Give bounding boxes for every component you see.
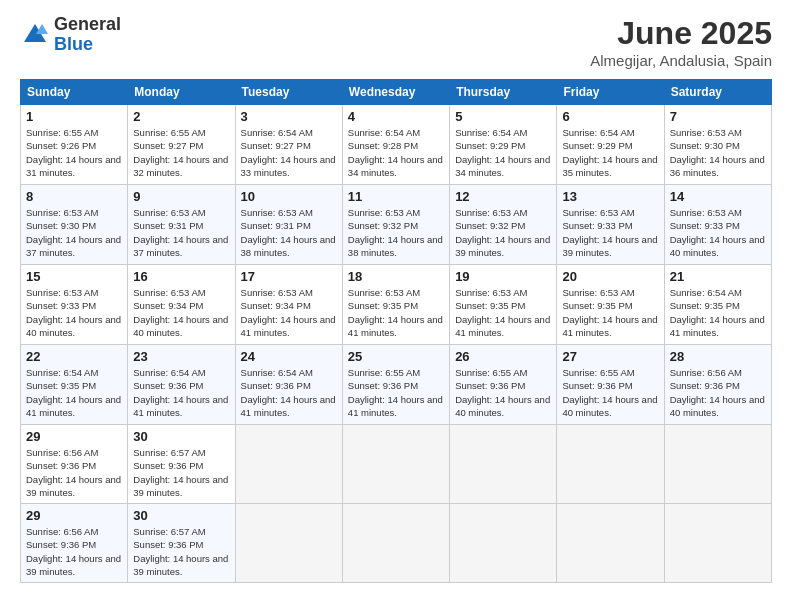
table-row: 13Sunrise: 6:53 AM Sunset: 9:33 PM Dayli… (557, 185, 664, 265)
table-row: 29Sunrise: 6:56 AM Sunset: 9:36 PM Dayli… (21, 504, 128, 583)
table-row: 18Sunrise: 6:53 AM Sunset: 9:35 PM Dayli… (342, 265, 449, 345)
day-number: 10 (241, 189, 337, 204)
day-number: 27 (562, 349, 658, 364)
day-info: Sunrise: 6:53 AM Sunset: 9:33 PM Dayligh… (26, 286, 122, 339)
day-number: 24 (241, 349, 337, 364)
day-info: Sunrise: 6:54 AM Sunset: 9:35 PM Dayligh… (670, 286, 766, 339)
calendar-week: 22Sunrise: 6:54 AM Sunset: 9:35 PM Dayli… (21, 345, 772, 425)
calendar-week: 29Sunrise: 6:56 AM Sunset: 9:36 PM Dayli… (21, 425, 772, 504)
table-row: 12Sunrise: 6:53 AM Sunset: 9:32 PM Dayli… (450, 185, 557, 265)
day-info: Sunrise: 6:56 AM Sunset: 9:36 PM Dayligh… (26, 446, 122, 499)
day-number: 17 (241, 269, 337, 284)
day-info: Sunrise: 6:53 AM Sunset: 9:33 PM Dayligh… (562, 206, 658, 259)
calendar-week: 15Sunrise: 6:53 AM Sunset: 9:33 PM Dayli… (21, 265, 772, 345)
logo-text: General Blue (54, 15, 121, 55)
logo-general: General (54, 15, 121, 35)
table-row: 30Sunrise: 6:57 AM Sunset: 9:36 PM Dayli… (128, 425, 235, 504)
calendar-week: 29Sunrise: 6:56 AM Sunset: 9:36 PM Dayli… (21, 504, 772, 583)
table-row (342, 425, 449, 504)
col-thursday: Thursday (450, 80, 557, 105)
col-friday: Friday (557, 80, 664, 105)
day-number: 20 (562, 269, 658, 284)
table-row: 5Sunrise: 6:54 AM Sunset: 9:29 PM Daylig… (450, 105, 557, 185)
day-info: Sunrise: 6:53 AM Sunset: 9:33 PM Dayligh… (670, 206, 766, 259)
table-row (450, 425, 557, 504)
day-info: Sunrise: 6:53 AM Sunset: 9:32 PM Dayligh… (455, 206, 551, 259)
table-row (664, 504, 771, 583)
day-info: Sunrise: 6:56 AM Sunset: 9:36 PM Dayligh… (26, 525, 122, 578)
col-monday: Monday (128, 80, 235, 105)
day-info: Sunrise: 6:53 AM Sunset: 9:35 PM Dayligh… (562, 286, 658, 339)
day-info: Sunrise: 6:53 AM Sunset: 9:34 PM Dayligh… (241, 286, 337, 339)
day-info: Sunrise: 6:57 AM Sunset: 9:36 PM Dayligh… (133, 446, 229, 499)
day-info: Sunrise: 6:53 AM Sunset: 9:31 PM Dayligh… (133, 206, 229, 259)
subtitle: Almegijar, Andalusia, Spain (590, 52, 772, 69)
day-info: Sunrise: 6:53 AM Sunset: 9:35 PM Dayligh… (455, 286, 551, 339)
logo-icon (20, 20, 50, 50)
day-number: 12 (455, 189, 551, 204)
table-row: 3Sunrise: 6:54 AM Sunset: 9:27 PM Daylig… (235, 105, 342, 185)
day-number: 14 (670, 189, 766, 204)
table-row (235, 504, 342, 583)
calendar-page: General Blue June 2025 Almegijar, Andalu… (0, 0, 792, 612)
col-wednesday: Wednesday (342, 80, 449, 105)
day-number: 13 (562, 189, 658, 204)
day-info: Sunrise: 6:55 AM Sunset: 9:36 PM Dayligh… (455, 366, 551, 419)
table-row: 23Sunrise: 6:54 AM Sunset: 9:36 PM Dayli… (128, 345, 235, 425)
logo-blue: Blue (54, 35, 121, 55)
table-row: 27Sunrise: 6:55 AM Sunset: 9:36 PM Dayli… (557, 345, 664, 425)
table-row: 11Sunrise: 6:53 AM Sunset: 9:32 PM Dayli… (342, 185, 449, 265)
col-tuesday: Tuesday (235, 80, 342, 105)
table-row: 30Sunrise: 6:57 AM Sunset: 9:36 PM Dayli… (128, 504, 235, 583)
day-info: Sunrise: 6:53 AM Sunset: 9:32 PM Dayligh… (348, 206, 444, 259)
day-number: 4 (348, 109, 444, 124)
table-row: 20Sunrise: 6:53 AM Sunset: 9:35 PM Dayli… (557, 265, 664, 345)
table-row (450, 504, 557, 583)
day-number: 22 (26, 349, 122, 364)
day-number: 6 (562, 109, 658, 124)
table-row (557, 425, 664, 504)
table-row: 22Sunrise: 6:54 AM Sunset: 9:35 PM Dayli… (21, 345, 128, 425)
day-number: 9 (133, 189, 229, 204)
table-row: 7Sunrise: 6:53 AM Sunset: 9:30 PM Daylig… (664, 105, 771, 185)
table-row: 9Sunrise: 6:53 AM Sunset: 9:31 PM Daylig… (128, 185, 235, 265)
calendar-week: 8Sunrise: 6:53 AM Sunset: 9:30 PM Daylig… (21, 185, 772, 265)
day-number: 18 (348, 269, 444, 284)
col-saturday: Saturday (664, 80, 771, 105)
table-row: 26Sunrise: 6:55 AM Sunset: 9:36 PM Dayli… (450, 345, 557, 425)
day-info: Sunrise: 6:53 AM Sunset: 9:30 PM Dayligh… (26, 206, 122, 259)
day-info: Sunrise: 6:54 AM Sunset: 9:28 PM Dayligh… (348, 126, 444, 179)
day-info: Sunrise: 6:54 AM Sunset: 9:36 PM Dayligh… (241, 366, 337, 419)
table-row: 8Sunrise: 6:53 AM Sunset: 9:30 PM Daylig… (21, 185, 128, 265)
day-number: 16 (133, 269, 229, 284)
header-row: Sunday Monday Tuesday Wednesday Thursday… (21, 80, 772, 105)
table-row: 2Sunrise: 6:55 AM Sunset: 9:27 PM Daylig… (128, 105, 235, 185)
table-row: 17Sunrise: 6:53 AM Sunset: 9:34 PM Dayli… (235, 265, 342, 345)
table-row: 10Sunrise: 6:53 AM Sunset: 9:31 PM Dayli… (235, 185, 342, 265)
day-number: 5 (455, 109, 551, 124)
day-number: 3 (241, 109, 337, 124)
day-info: Sunrise: 6:54 AM Sunset: 9:35 PM Dayligh… (26, 366, 122, 419)
day-number: 11 (348, 189, 444, 204)
day-number: 19 (455, 269, 551, 284)
day-info: Sunrise: 6:54 AM Sunset: 9:36 PM Dayligh… (133, 366, 229, 419)
day-info: Sunrise: 6:53 AM Sunset: 9:34 PM Dayligh… (133, 286, 229, 339)
day-number: 25 (348, 349, 444, 364)
day-info: Sunrise: 6:53 AM Sunset: 9:30 PM Dayligh… (670, 126, 766, 179)
day-info: Sunrise: 6:55 AM Sunset: 9:26 PM Dayligh… (26, 126, 122, 179)
table-row: 24Sunrise: 6:54 AM Sunset: 9:36 PM Dayli… (235, 345, 342, 425)
table-row: 14Sunrise: 6:53 AM Sunset: 9:33 PM Dayli… (664, 185, 771, 265)
day-number: 29 (26, 429, 122, 444)
day-number: 30 (133, 508, 229, 523)
col-sunday: Sunday (21, 80, 128, 105)
day-number: 29 (26, 508, 122, 523)
table-row: 25Sunrise: 6:55 AM Sunset: 9:36 PM Dayli… (342, 345, 449, 425)
table-row (235, 425, 342, 504)
day-number: 21 (670, 269, 766, 284)
table-row: 4Sunrise: 6:54 AM Sunset: 9:28 PM Daylig… (342, 105, 449, 185)
day-number: 7 (670, 109, 766, 124)
calendar-week: 1Sunrise: 6:55 AM Sunset: 9:26 PM Daylig… (21, 105, 772, 185)
table-row (664, 425, 771, 504)
table-row: 16Sunrise: 6:53 AM Sunset: 9:34 PM Dayli… (128, 265, 235, 345)
table-row (557, 504, 664, 583)
